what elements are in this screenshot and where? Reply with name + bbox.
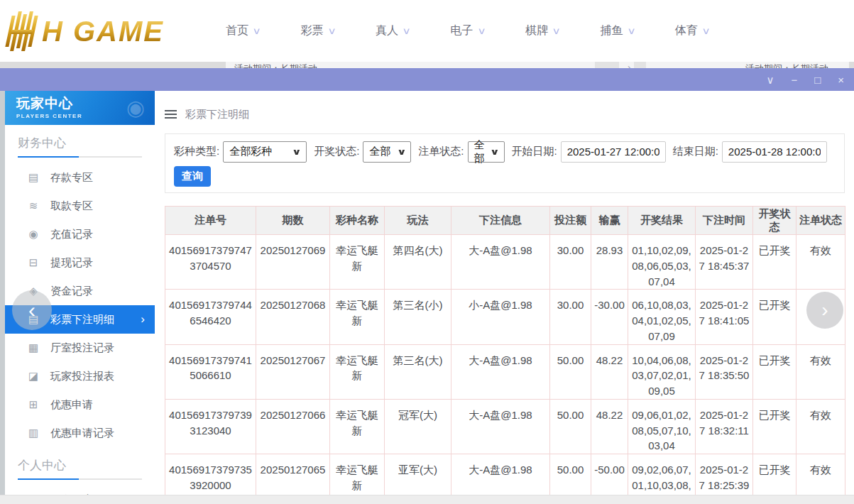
sidebar-item-promo-apply-record[interactable]: ▥优惠申请记录 — [5, 419, 155, 447]
nav-item-1[interactable]: 首页∨ — [226, 23, 261, 38]
sidebar-item-promo-apply[interactable]: ⊞优惠申请 — [5, 390, 155, 419]
table-cell: 2025-01-27 18:45:37 — [696, 235, 753, 290]
menu-hamburger-icon[interactable] — [165, 110, 177, 119]
table-cell: 30.00 — [550, 235, 591, 290]
column-header: 玩法 — [385, 207, 451, 235]
column-header: 开奖结果 — [628, 207, 696, 235]
background-block — [0, 62, 226, 68]
close-button[interactable]: × — [838, 75, 844, 85]
page-title: 彩票下注明细 — [185, 108, 249, 121]
table-cell: 401569173797353920000 — [165, 454, 256, 495]
table-cell: 已开奖 — [753, 344, 796, 399]
filter-row: 彩种类型: 全部彩种 ∨ 开奖状态: 全部 ∨ 注单状态: 全部 ∨ 开始日期:… — [174, 141, 836, 163]
table-cell: 冠军(大) — [385, 399, 451, 454]
deposit-card-icon: ▤ — [26, 171, 40, 184]
sidebar-item-label: 优惠申请记录 — [50, 427, 114, 440]
column-header: 注单状态 — [796, 207, 845, 235]
table-cell: 50.00 — [550, 454, 591, 495]
sidebar-item-message-notice[interactable]: ●消息公告 — [5, 486, 155, 495]
table-cell: 有效 — [796, 454, 845, 495]
query-button[interactable]: 查询 — [174, 166, 211, 187]
nav-item-3[interactable]: 真人∨ — [376, 23, 410, 38]
sidebar-item-recharge-record[interactable]: ◉充值记录 — [5, 220, 155, 248]
order-status-select[interactable]: 全部 ∨ — [468, 141, 505, 163]
nav-item-7[interactable]: 体育∨ — [675, 23, 710, 38]
sidebar-item-label: 取款专区 — [50, 199, 93, 213]
nav-item-label: 电子 — [451, 23, 473, 38]
table-cell: 幸运飞艇新 — [330, 399, 385, 454]
background-block — [634, 62, 646, 68]
filter-panel: 彩种类型: 全部彩种 ∨ 开奖状态: 全部 ∨ 注单状态: 全部 ∨ 开始日期:… — [165, 133, 845, 193]
end-date-label: 结束日期: — [673, 145, 718, 158]
logo-text: H GAME — [42, 16, 164, 48]
table-cell: 20250127067 — [256, 344, 330, 399]
logo-bars-icon — [4, 11, 39, 51]
sidebar-item-player-bet-report[interactable]: ◪玩家投注报表 — [5, 362, 155, 390]
chevron-right-icon: › — [141, 312, 145, 327]
sidebar-item-room-bet-record[interactable]: ▦厅室投注记录 — [5, 334, 155, 362]
table-cell: 401569173797415066610 — [165, 344, 256, 399]
sidebar-item-withdraw-hand[interactable]: ≋取款专区 — [5, 192, 155, 220]
nav-item-6[interactable]: 捕鱼∨ — [601, 23, 635, 38]
table-cell: 第三名(大) — [385, 344, 451, 399]
table-cell: 09,02,06,07,01,10,03,08,05,04 — [628, 454, 696, 495]
background-chevron-fragment: › — [628, 62, 631, 68]
draw-status-select[interactable]: 全部 ∨ — [363, 141, 411, 163]
sidebar-item-label: 存款专区 — [50, 171, 93, 185]
chevron-left-icon: ‹ — [28, 298, 35, 322]
nav-item-2[interactable]: 彩票∨ — [301, 23, 336, 38]
main-content: 彩票下注明细 彩种类型: 全部彩种 ∨ 开奖状态: 全部 ∨ 注单状态: 全部 … — [155, 91, 854, 495]
draw-status-value: 全部 — [369, 145, 390, 158]
start-date-label: 开始日期: — [512, 145, 557, 158]
table-cell: 2025-01-27 18:35:50 — [696, 344, 753, 399]
recharge-record-icon: ◉ — [26, 228, 40, 241]
order-status-label: 注单状态: — [418, 145, 464, 158]
sidebar-item-label: 资金记录 — [50, 285, 93, 298]
chevron-down-icon: ∨ — [627, 26, 636, 36]
carousel-prev-button[interactable]: ‹ — [12, 290, 52, 330]
collapse-button[interactable]: ∨ — [766, 75, 774, 85]
lottery-type-label: 彩种类型: — [174, 145, 219, 158]
table-cell: 幸运飞艇新 — [330, 344, 385, 399]
nav-item-5[interactable]: 棋牌∨ — [525, 23, 560, 38]
table-cell: 大-A盘@1.98 — [451, 454, 550, 495]
end-date-input[interactable] — [722, 141, 827, 163]
chevron-down-icon: ∨ — [477, 26, 486, 36]
sidebar-item-deposit-card[interactable]: ▤存款专区 — [5, 163, 155, 192]
chevron-down-icon: ∨ — [552, 26, 561, 36]
window-controls: ∨−□× — [766, 68, 844, 91]
promo-apply-icon: ⊞ — [26, 398, 40, 411]
maximize-button[interactable]: □ — [814, 75, 821, 85]
table-cell: 2025-01-27 18:32:11 — [696, 399, 753, 454]
table-cell: 50.00 — [550, 344, 591, 399]
brand-logo[interactable]: H GAME — [9, 10, 164, 53]
table-cell: 2025-01-27 18:25:39 — [696, 454, 753, 495]
table-cell: 幸运飞艇新 — [330, 290, 385, 344]
start-date-input[interactable] — [561, 141, 666, 163]
column-header: 投注额 — [550, 207, 591, 235]
nav-item-label: 棋牌 — [525, 23, 548, 38]
table-row: 40156917379739312304020250127066幸运飞艇新冠军(… — [165, 399, 845, 454]
column-header: 注单号 — [165, 207, 256, 235]
sidebar-header: 玩家中心 PLAYERS CENTER ◉ — [5, 91, 155, 125]
table-cell: 幸运飞艇新 — [330, 454, 385, 495]
nav-item-label: 首页 — [226, 23, 248, 38]
lottery-type-select[interactable]: 全部彩种 ∨ — [223, 141, 307, 163]
carousel-next-button[interactable]: › — [806, 292, 843, 329]
minimize-button[interactable]: − — [791, 75, 797, 85]
sidebar-item-withdraw-record[interactable]: ⊟提现记录 — [5, 248, 155, 277]
breadcrumb: 彩票下注明细 — [165, 105, 854, 124]
column-header: 下注信息 — [451, 207, 550, 235]
background-text-fragment: 活动期间：长期活动 — [745, 62, 828, 68]
table-cell: 20250127068 — [256, 290, 330, 344]
column-header: 下注时间 — [696, 207, 753, 235]
table-cell: 48.22 — [591, 399, 628, 454]
table-header-row: 注单号期数彩种名称玩法下注信息投注额输赢开奖结果下注时间开奖状态注单状态 — [165, 207, 845, 235]
nav-item-4[interactable]: 电子∨ — [451, 23, 486, 38]
chevron-down-icon: ∨ — [292, 147, 302, 157]
promo-apply-record-icon: ▥ — [26, 427, 40, 439]
section-underline — [18, 156, 142, 158]
table-cell: 已开奖 — [753, 454, 796, 495]
table-cell: 已开奖 — [753, 399, 796, 454]
withdraw-hand-icon: ≋ — [26, 199, 40, 212]
